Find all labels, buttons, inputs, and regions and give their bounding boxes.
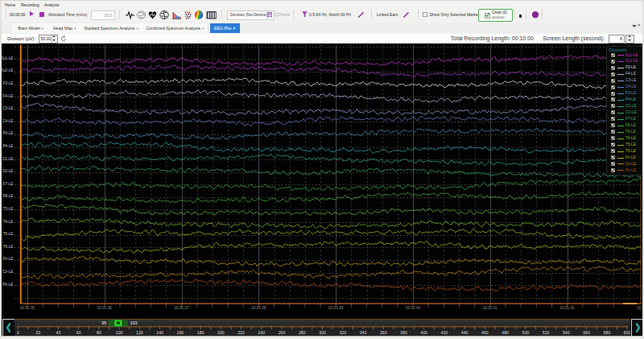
- svg-text:220: 220: [237, 330, 245, 335]
- svg-text:580: 580: [603, 330, 610, 335]
- svg-text:240: 240: [258, 330, 265, 335]
- svg-text:103: 103: [130, 320, 137, 325]
- svg-text:300: 300: [319, 330, 326, 335]
- svg-text:140: 140: [156, 330, 163, 335]
- svg-text:400: 400: [420, 330, 427, 335]
- svg-text:520: 520: [543, 330, 550, 335]
- svg-text:160: 160: [177, 330, 184, 335]
- svg-text:600: 600: [624, 330, 630, 335]
- svg-text:180: 180: [197, 330, 204, 335]
- svg-text:540: 540: [563, 330, 570, 335]
- svg-text:440: 440: [461, 330, 469, 335]
- svg-text:100: 100: [116, 330, 123, 335]
- svg-text:360: 360: [380, 330, 387, 335]
- svg-text:95: 95: [101, 320, 106, 325]
- svg-text:320: 320: [339, 330, 346, 335]
- svg-text:80: 80: [97, 330, 101, 335]
- svg-text:260: 260: [279, 330, 286, 335]
- svg-text:200: 200: [217, 330, 225, 335]
- svg-text:480: 480: [502, 330, 509, 335]
- svg-text:500: 500: [522, 330, 530, 335]
- svg-text:0: 0: [17, 330, 19, 335]
- svg-text:420: 420: [441, 330, 448, 335]
- svg-text:280: 280: [299, 330, 306, 335]
- svg-text:120: 120: [136, 330, 143, 335]
- svg-text:560: 560: [583, 330, 590, 335]
- svg-text:40: 40: [56, 330, 61, 335]
- svg-text:60: 60: [76, 330, 81, 335]
- svg-text:380: 380: [400, 330, 407, 335]
- svg-text:340: 340: [360, 330, 367, 335]
- svg-text:20: 20: [35, 330, 40, 335]
- svg-text:460: 460: [481, 330, 489, 335]
